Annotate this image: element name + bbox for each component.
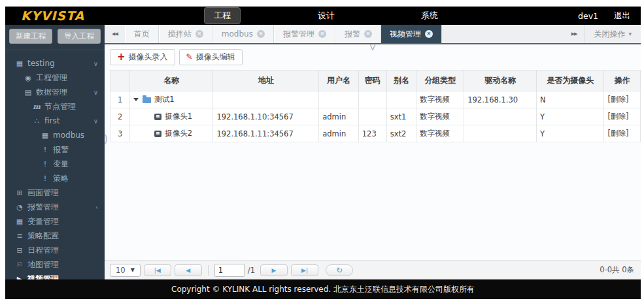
sidebar-item-label: 日程管理 bbox=[27, 245, 59, 256]
project-tree: ▦testing∨◉工程管理▤数据管理∨m节点管理∴first∨▦modbus!… bbox=[5, 50, 105, 279]
copyright-text: Copyright © KYLINK ALL rights reserved. … bbox=[171, 284, 475, 295]
sidebar-item-label: 报警管理 bbox=[27, 202, 59, 213]
screens-icon: ⊞ bbox=[14, 189, 25, 197]
sidebar-item-5[interactable]: ▦modbus bbox=[5, 128, 105, 142]
chevron-down-icon[interactable]: ∨ bbox=[93, 60, 98, 67]
sidebar-item-13[interactable]: ⊟日程管理 bbox=[5, 243, 105, 257]
chevron-down-icon[interactable]: ∨ bbox=[93, 89, 98, 96]
sidebar-item-4[interactable]: ∴first∨ bbox=[5, 114, 105, 128]
first-page-button[interactable]: |◀ bbox=[144, 264, 171, 276]
prev-page-button[interactable]: ◀ bbox=[175, 264, 202, 276]
sidebar-item-label: 工程管理 bbox=[36, 72, 67, 84]
tab-label: 搅拌站 bbox=[168, 29, 192, 40]
sidebar-item-8[interactable]: !策略 bbox=[5, 171, 105, 185]
sidebar-collapse-handle[interactable]: ) bbox=[104, 133, 108, 145]
folder-icon bbox=[143, 97, 151, 103]
cell-name: 摄像头1 bbox=[130, 108, 213, 125]
table-header-row: 名称地址用户名密码别名分组类型驱动名称是否为摄像头操作 bbox=[110, 71, 641, 91]
main-region: 新建工程 导入工程 ▦testing∨◉工程管理▤数据管理∨m节点管理∴firs… bbox=[5, 25, 641, 279]
delete-link[interactable]: [删除] bbox=[607, 112, 628, 121]
node-m-icon: m bbox=[31, 103, 42, 111]
header-col-4: 别名 bbox=[386, 71, 416, 91]
chevron-left-icon[interactable]: ‹ bbox=[95, 204, 98, 211]
sidebar-item-3[interactable]: m节点管理 bbox=[5, 99, 105, 114]
sidebar-item-12[interactable]: ≡策略配置 bbox=[5, 229, 105, 243]
pager-divider bbox=[208, 265, 209, 276]
sidebar-item-label: 策略配置 bbox=[27, 230, 59, 242]
sidebar-item-0[interactable]: ▦testing∨ bbox=[5, 56, 105, 71]
tab-item-0[interactable]: 首页 bbox=[125, 25, 159, 43]
tab-close-icon[interactable]: ✕ bbox=[257, 30, 265, 38]
sidebar-item-label: 变量 bbox=[53, 159, 69, 170]
cell-address bbox=[213, 91, 319, 108]
main-panel: ◀◀ 首页搅拌站✕modbus✕报警管理✕报警✕视频管理✕ ▶▶ 关闭操作 ▾ … bbox=[105, 25, 641, 279]
camera-add-button[interactable]: + 摄像头录入 bbox=[110, 49, 175, 65]
sidebar-item-label: modbus bbox=[53, 131, 84, 140]
th-large-icon: ▦ bbox=[14, 217, 25, 226]
tab-bar: ◀◀ 首页搅拌站✕modbus✕报警管理✕报警✕视频管理✕ ▶▶ 关闭操作 ▾ bbox=[105, 25, 641, 44]
cell-name: 摄像头2 bbox=[130, 125, 213, 142]
name-cell: 测试1 bbox=[133, 95, 209, 104]
camera-add-label: 摄像头录入 bbox=[129, 52, 168, 63]
cell-driver-name bbox=[464, 125, 537, 142]
next-page-button[interactable]: ▶ bbox=[260, 264, 288, 276]
sidebar-item-11[interactable]: ▦变量管理 bbox=[5, 214, 105, 229]
header-rownum bbox=[110, 71, 130, 91]
import-project-button[interactable]: 导入工程 bbox=[58, 29, 101, 44]
tabs-scroll-left-icon[interactable]: ◀◀ bbox=[105, 25, 125, 43]
tree-expand-icon[interactable] bbox=[133, 98, 139, 101]
page-size-value: 10 bbox=[116, 266, 126, 275]
top-menus: 工程设计系统 bbox=[204, 7, 515, 24]
tab-close-icon[interactable]: ✕ bbox=[425, 30, 433, 38]
sidebar-item-6[interactable]: !报警 bbox=[5, 142, 105, 157]
cell-group-type: 数字视频 bbox=[416, 91, 464, 108]
cell-alias bbox=[386, 91, 416, 108]
sidebar-item-10[interactable]: ◔报警管理‹ bbox=[5, 200, 105, 214]
sidebar-item-1[interactable]: ◉工程管理 bbox=[5, 71, 105, 85]
collapse-panel-chevron-icon[interactable]: ⋁ bbox=[369, 42, 375, 51]
tab-item-5[interactable]: 视频管理✕ bbox=[381, 25, 442, 43]
camera-icon bbox=[154, 131, 161, 137]
chevron-down-icon[interactable]: ∨ bbox=[93, 118, 98, 125]
top-menu-item-1[interactable]: 设计 bbox=[309, 8, 344, 24]
tabs-scroll-right-icon[interactable]: ▶▶ bbox=[564, 25, 585, 43]
refresh-button[interactable]: ↻ bbox=[326, 264, 353, 276]
tab-close-icon[interactable]: ✕ bbox=[318, 30, 326, 38]
sidebar-item-2[interactable]: ▤数据管理∨ bbox=[5, 85, 105, 99]
page-size-select[interactable]: 10 ▼ bbox=[110, 264, 141, 277]
content-spacer bbox=[105, 142, 641, 260]
camera-name-label: 摄像头1 bbox=[165, 112, 192, 121]
sidebar-item-7[interactable]: !变量 bbox=[5, 157, 105, 171]
cell-action: [删除] bbox=[604, 91, 641, 108]
sitemap-icon: ∴ bbox=[31, 117, 42, 125]
tab-close-icon[interactable]: ✕ bbox=[364, 30, 372, 38]
tab-item-3[interactable]: 报警管理✕ bbox=[274, 25, 335, 43]
close-operations-dropdown[interactable]: 关闭操作 ▾ bbox=[584, 25, 641, 43]
tab-label: modbus bbox=[222, 29, 253, 39]
cell-action: [删除] bbox=[604, 125, 641, 142]
tab-item-4[interactable]: 报警✕ bbox=[335, 25, 381, 43]
name-cell: 摄像头2 bbox=[133, 129, 209, 138]
top-menu-item-2[interactable]: 系统 bbox=[412, 8, 447, 24]
sidebar-item-label: 变量管理 bbox=[27, 216, 59, 227]
cell-action: [删除] bbox=[604, 108, 641, 125]
cell-rownum: 2 bbox=[110, 108, 130, 125]
page-number-input[interactable] bbox=[214, 264, 245, 277]
sidebar-item-label: 策略 bbox=[53, 173, 69, 184]
exclamation-icon: ! bbox=[40, 174, 50, 183]
sidebar-item-9[interactable]: ⊞画面管理 bbox=[5, 185, 105, 200]
sidebar-item-14[interactable]: ⚐地图管理 bbox=[5, 257, 105, 272]
tab-item-1[interactable]: 搅拌站✕ bbox=[159, 25, 212, 43]
delete-link[interactable]: [删除] bbox=[607, 95, 628, 104]
tab-item-2[interactable]: modbus✕ bbox=[212, 25, 274, 43]
sidebar-item-15[interactable]: ▶视频管理 bbox=[5, 272, 105, 279]
tab-close-icon[interactable]: ✕ bbox=[195, 30, 203, 38]
sidebar-item-label: 视频管理 bbox=[27, 274, 59, 280]
top-menu-item-0[interactable]: 工程 bbox=[204, 7, 241, 24]
logout-button[interactable]: 退出 bbox=[614, 10, 630, 22]
last-page-button[interactable]: ▶| bbox=[291, 264, 318, 276]
delete-link[interactable]: [删除] bbox=[607, 129, 628, 138]
camera-edit-button[interactable]: ✎ 摄像头编辑 bbox=[179, 49, 243, 65]
sidebar-item-label: 地图管理 bbox=[27, 259, 59, 270]
new-project-button[interactable]: 新建工程 bbox=[9, 29, 52, 44]
